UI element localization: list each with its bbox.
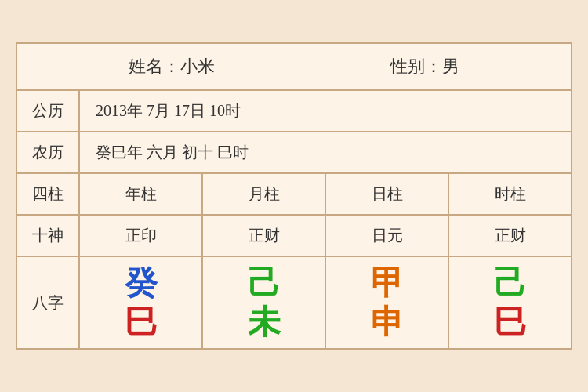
sizhu-label: 四柱 <box>17 174 80 214</box>
sizhu-ri: 日柱 <box>326 174 449 214</box>
sizhu-row: 四柱 年柱 月柱 日柱 时柱 <box>17 174 571 216</box>
bazi-col-0: 癸 巳 <box>80 257 203 348</box>
gender-label: 性别：男 <box>390 55 459 78</box>
shishen-label: 十神 <box>17 216 80 256</box>
bazi-col2-top: 甲 <box>371 267 404 299</box>
bazi-label: 八字 <box>17 257 80 348</box>
bazi-col3-top: 己 <box>494 267 527 299</box>
shishen-shi: 正财 <box>449 216 571 256</box>
sizhu-shi: 时柱 <box>449 174 571 214</box>
bazi-cells: 癸 巳 己 未 甲 申 己 巳 <box>80 257 571 348</box>
sizhu-nian: 年柱 <box>80 174 203 214</box>
solar-row: 公历 2013年 7月 17日 10时 <box>17 91 571 132</box>
bazi-col0-bottom: 巳 <box>125 306 158 339</box>
main-container: 姓名：小米 性别：男 公历 2013年 7月 17日 10时 农历 癸巳年 六月… <box>16 42 572 350</box>
solar-value: 2013年 7月 17日 10时 <box>80 91 571 131</box>
bazi-col1-top: 己 <box>248 267 281 299</box>
name-label: 姓名：小米 <box>129 55 215 78</box>
shishen-ri: 日元 <box>326 216 449 256</box>
bazi-col1-bottom: 未 <box>248 306 281 339</box>
sizhu-cells: 年柱 月柱 日柱 时柱 <box>80 174 571 214</box>
bazi-row: 八字 癸 巳 己 未 甲 申 己 巳 <box>17 257 571 348</box>
shishen-nian: 正印 <box>80 216 203 256</box>
shishen-yue: 正财 <box>203 216 326 256</box>
bazi-col0-top: 癸 <box>125 267 158 299</box>
bazi-col-2: 甲 申 <box>326 257 449 348</box>
lunar-value: 癸巳年 六月 初十 巳时 <box>80 132 571 172</box>
solar-label: 公历 <box>17 91 80 131</box>
shishen-cells: 正印 正财 日元 正财 <box>80 216 571 256</box>
header-row: 姓名：小米 性别：男 <box>17 44 571 91</box>
shishen-row: 十神 正印 正财 日元 正财 <box>17 216 571 257</box>
sizhu-yue: 月柱 <box>203 174 326 214</box>
bazi-col2-bottom: 申 <box>371 306 404 339</box>
lunar-label: 农历 <box>17 132 80 172</box>
bazi-col-1: 己 未 <box>203 257 326 348</box>
bazi-col-3: 己 巳 <box>449 257 571 348</box>
bazi-col3-bottom: 巳 <box>494 306 527 339</box>
lunar-row: 农历 癸巳年 六月 初十 巳时 <box>17 132 571 174</box>
